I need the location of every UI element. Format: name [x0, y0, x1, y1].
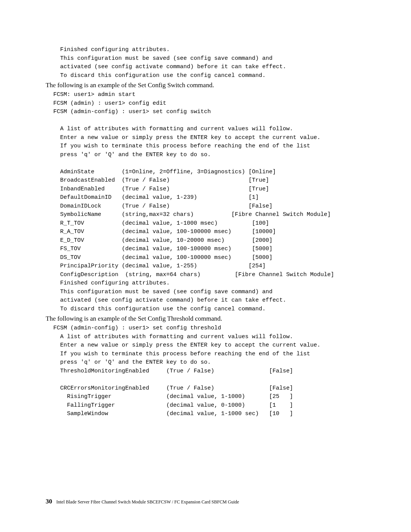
footer-text: Intel Blade Server Fibre Channel Switch … [56, 499, 239, 505]
code-block-2: FCSM: user1> admin start FCSM (admin) : … [53, 91, 365, 313]
body-text-3: The following is an example of the Set C… [46, 315, 365, 323]
body-text-1: The following is an example of the Set C… [46, 81, 365, 89]
page-number: 30 [46, 498, 52, 505]
page-footer: 30 Intel Blade Server Fibre Channel Swit… [46, 498, 239, 505]
code-block-4: FCSM (admin-config) : user1> set config … [53, 324, 365, 419]
code-block-0: Finished configuring attributes. This co… [53, 46, 365, 80]
document-page: Finished configuring attributes. This co… [0, 0, 411, 532]
